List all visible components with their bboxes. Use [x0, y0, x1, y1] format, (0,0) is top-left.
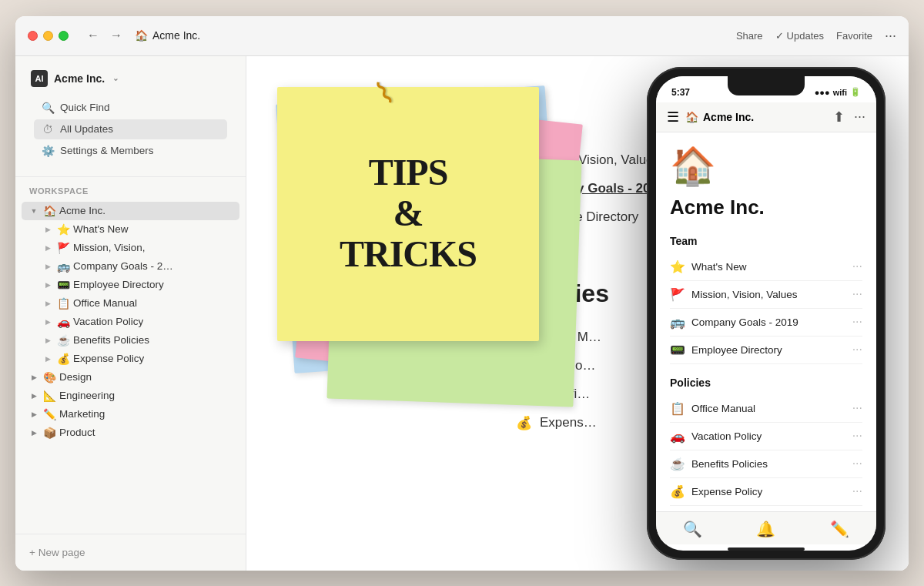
phone-list-item-goals[interactable]: 🚌 Company Goals - 2019 ···	[670, 309, 862, 337]
phone-list-left-whats-new: ⭐ What's New	[670, 260, 747, 274]
tree-item-benefits[interactable]: ☕ Benefits Policies	[35, 331, 239, 350]
phone-title-row: 🏠 Acme Inc.	[685, 111, 754, 123]
tree-item-vacation-policy[interactable]: 🚗 Vacation Policy	[35, 313, 239, 331]
expand-icon-marketing[interactable]	[28, 408, 40, 420]
phone-list-dots-vacation-policy[interactable]: ···	[852, 429, 862, 443]
battery-icon: 🔋	[850, 87, 861, 97]
phone-list-item-mission[interactable]: 🚩 Mission, Vision, Values ···	[670, 281, 862, 309]
sidebar-item-all-updates[interactable]: ⏱ All Updates	[34, 119, 227, 139]
phone-list-item-office-manual[interactable]: 📋 Office Manual ···	[670, 395, 862, 423]
phone-menu-icon[interactable]: ☰	[667, 109, 679, 126]
tree-item-marketing[interactable]: ✏️ Marketing	[22, 405, 239, 424]
company-goals-label: Company Goals - 2…	[73, 260, 173, 272]
phone-more-icon[interactable]: ···	[854, 109, 865, 125]
phone-list-dots-goals[interactable]: ···	[852, 315, 862, 329]
phone-list-left-vacation-policy: 🚗 Vacation Policy	[670, 429, 762, 444]
phone-list-item-expense-policy[interactable]: 💰 Expense Policy ···	[670, 478, 862, 506]
expand-icon-design[interactable]	[28, 371, 40, 383]
phone-mission-label: Mission, Vision, Values	[691, 289, 798, 300]
marketing-label: Marketing	[59, 408, 105, 420]
workspace-title[interactable]: AI Acme Inc. ⌄	[28, 65, 233, 92]
product-label: Product	[59, 427, 95, 438]
phone-compose-icon[interactable]: ✏️	[830, 520, 849, 538]
paperclip-icon: ⌇	[370, 74, 400, 112]
minimize-button[interactable]	[43, 31, 53, 41]
check-icon: ✓	[775, 30, 784, 42]
sticky-note-yellow: ⌇ TIPS&TRICKS	[277, 87, 539, 341]
sticky-note-container: ⌇ TIPS&TRICKS	[270, 79, 593, 387]
tree-item-office-manual[interactable]: 📋 Office Manual	[35, 294, 239, 313]
back-button[interactable]: ←	[84, 27, 102, 44]
phone-list-dots-whats-new[interactable]: ···	[852, 260, 862, 273]
sidebar-item-quick-find[interactable]: 🔍 Quick Find	[34, 98, 227, 118]
sidebar-item-settings[interactable]: ⚙️ Settings & Members	[34, 141, 227, 161]
expense-emoji: 💰	[516, 415, 532, 431]
phone-list-dots-expense[interactable]: ···	[852, 484, 862, 498]
tree-item-design[interactable]: 🎨 Design	[22, 368, 239, 387]
phone-list-dots-mission[interactable]: ···	[852, 287, 862, 301]
tree-item-whats-new[interactable]: ⭐ What's New	[35, 220, 239, 239]
tree-item-product[interactable]: 📦 Product	[22, 424, 239, 442]
share-button[interactable]: Share	[736, 30, 763, 42]
vacation-policy-label: Vacation Policy	[73, 316, 143, 327]
sidebar-menu: 🔍 Quick Find ⏱ All Updates ⚙️ Settings &…	[28, 92, 233, 167]
tree-item-mission[interactable]: 🚩 Mission, Vision,	[35, 239, 239, 257]
favorite-button[interactable]: Favorite	[836, 30, 872, 42]
close-button[interactable]	[28, 31, 38, 41]
signal-icon: ●●●	[815, 88, 830, 97]
phone-list-left-office-manual: 📋 Office Manual	[670, 401, 755, 416]
workspace-section-label: WORKSPACE	[15, 177, 246, 199]
workspace-name: Acme Inc.	[54, 72, 105, 85]
tree-item-engineering[interactable]: 📐 Engineering	[22, 387, 239, 405]
tree-item-company-goals[interactable]: 🚌 Company Goals - 2…	[35, 257, 239, 276]
phone-list-dots-office-manual[interactable]: ···	[852, 401, 862, 415]
tree-item-acme-inc[interactable]: 🏠 Acme Inc.	[22, 202, 239, 220]
expand-icon-acme[interactable]	[28, 205, 40, 217]
phone-search-icon[interactable]: 🔍	[683, 520, 702, 538]
mission-label: Mission, Vision,	[73, 242, 146, 253]
phone-list-item-benefits-policies[interactable]: ☕ Benefits Policies ···	[670, 450, 862, 478]
new-page-button[interactable]: + New page	[28, 544, 233, 561]
clock-icon: ⏱	[42, 123, 54, 136]
traffic-lights	[28, 31, 69, 41]
expand-icon-engineering[interactable]	[28, 390, 40, 402]
acme-children: ⭐ What's New 🚩 Mission, Vision, 🚌 Compan…	[22, 220, 239, 368]
phone-list-item-vacation-policy[interactable]: 🚗 Vacation Policy ···	[670, 423, 862, 450]
phone-whats-new-label: What's New	[691, 261, 747, 273]
fullscreen-button[interactable]	[59, 31, 69, 41]
phone-screen: 5:37 ●●● wifi 🔋 ☰	[656, 76, 876, 551]
updates-label: Updates	[787, 30, 824, 42]
forward-button[interactable]: →	[107, 27, 126, 44]
page-item-expense[interactable]: 💰 Expens…	[516, 409, 609, 437]
phone-share-icon[interactable]: ⬆	[833, 109, 845, 126]
expand-icon-product[interactable]	[28, 427, 40, 439]
page-emoji: 🏠	[135, 29, 148, 42]
phone-list-left-expense-policy: 💰 Expense Policy	[670, 484, 762, 499]
phone-goals-label: Company Goals - 2019	[691, 316, 798, 328]
phone-section-policies: Policies	[670, 377, 862, 389]
phone-list-dots-employee[interactable]: ···	[852, 343, 862, 357]
tree-item-employee-dir[interactable]: 📟 Employee Directory	[35, 276, 239, 294]
phone-nav-bar: ☰ 🏠 Acme Inc. ⬆ ···	[656, 102, 876, 132]
phone-container: 5:37 ●●● wifi 🔋 ☰	[647, 56, 886, 571]
new-page-label: + New page	[29, 547, 85, 558]
whats-new-label: What's New	[73, 223, 129, 235]
expand-icon-benefits	[42, 334, 54, 347]
phone-vacation-policy-label: Vacation Policy	[691, 430, 762, 442]
expand-icon-goals	[42, 260, 54, 273]
sidebar-tree: 🏠 Acme Inc. ⭐ What's New 🚩 Mission, Visi…	[15, 199, 246, 534]
phone-bell-icon[interactable]: 🔔	[756, 520, 775, 538]
phone-list-item-whats-new[interactable]: ⭐ What's New ···	[670, 253, 862, 281]
phone-page-emoji-nav: 🏠	[685, 111, 698, 123]
phone-list-dots-benefits[interactable]: ···	[852, 457, 862, 470]
updates-button[interactable]: ✓ Updates	[775, 30, 824, 42]
phone-list-left-benefits-policies: ☕ Benefits Policies	[670, 457, 768, 471]
phone-list-item-employee[interactable]: 📟 Employee Directory ···	[670, 337, 862, 364]
page-icon-title: 🏠 Acme Inc.	[135, 29, 727, 42]
expand-icon-whats-new	[42, 223, 54, 236]
more-button[interactable]: ···	[885, 28, 896, 44]
phone-list-left-employee: 📟 Employee Directory	[670, 343, 782, 357]
phone-office-manual-label: Office Manual	[691, 403, 755, 414]
expand-icon-vacation	[42, 316, 54, 328]
tree-item-expense[interactable]: 💰 Expense Policy	[35, 350, 239, 368]
